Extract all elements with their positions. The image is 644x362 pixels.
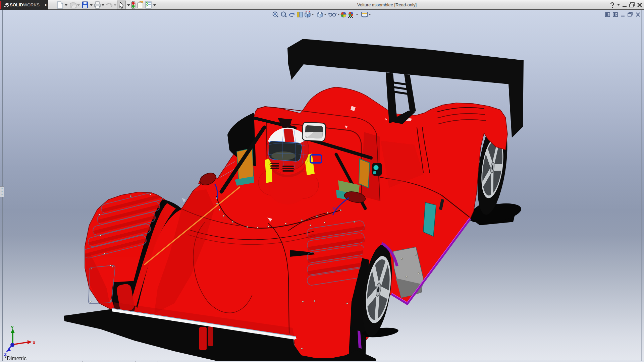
svg-text:X: X (33, 340, 36, 345)
svg-text:Y: Y (11, 325, 14, 330)
